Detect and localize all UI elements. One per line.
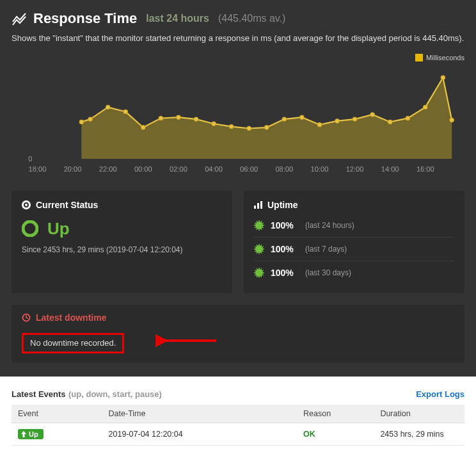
svg-point-14 xyxy=(300,115,304,119)
svg-point-9 xyxy=(212,122,216,126)
uptime-percent: 100% xyxy=(271,244,299,254)
header-average: (445.40ms av.) xyxy=(218,13,286,24)
uptime-heading: Uptime xyxy=(267,200,298,210)
uptime-row: 100% (last 7 days) xyxy=(254,237,454,261)
svg-line-69 xyxy=(257,276,257,277)
svg-text:14:00: 14:00 xyxy=(381,165,399,173)
svg-line-67 xyxy=(261,276,262,277)
svg-point-10 xyxy=(229,124,233,128)
no-downtime-text: No downtime recorded. xyxy=(22,333,124,353)
uptime-percent: 100% xyxy=(271,268,299,278)
chart-legend: Milliseconds xyxy=(12,54,464,61)
svg-text:0: 0 xyxy=(28,155,32,163)
event-up-badge: Up xyxy=(18,429,44,439)
svg-line-44 xyxy=(255,227,256,228)
legend-label: Milliseconds xyxy=(426,54,464,61)
svg-line-49 xyxy=(261,221,262,222)
page-title: Response Time xyxy=(33,10,137,27)
annotation-arrow xyxy=(155,333,219,348)
latest-events-title: Latest Events xyxy=(12,389,66,399)
col-duration: Duration xyxy=(374,405,464,423)
svg-point-17 xyxy=(353,117,356,120)
latest-events-section: Latest Events (up, down, start, pause) E… xyxy=(0,377,476,452)
svg-point-18 xyxy=(370,112,374,116)
svg-point-8 xyxy=(194,117,198,120)
svg-text:12:00: 12:00 xyxy=(346,165,364,173)
current-status-card: Current Status Up Since 2453 hrs, 29 min… xyxy=(12,191,232,293)
svg-text:08:00: 08:00 xyxy=(275,165,293,173)
svg-point-38 xyxy=(255,222,263,229)
svg-point-13 xyxy=(282,117,286,120)
svg-line-73 xyxy=(257,268,257,270)
event-label: Up xyxy=(29,430,38,438)
svg-line-62 xyxy=(261,245,262,246)
uptime-row: 100% (last 24 hours) xyxy=(254,219,454,237)
status-bullet-icon xyxy=(22,200,31,209)
svg-point-12 xyxy=(265,125,269,129)
svg-point-64 xyxy=(255,269,263,277)
svg-line-76 xyxy=(262,270,264,271)
svg-text:16:00: 16:00 xyxy=(416,165,434,173)
uptime-row: 100% (last 30 days) xyxy=(254,261,454,284)
event-duration: 2453 hrs, 29 mins xyxy=(374,423,464,445)
status-up-icon xyxy=(22,220,38,237)
svg-text:00:00: 00:00 xyxy=(134,165,152,173)
svg-line-57 xyxy=(255,251,256,252)
status-state-text: Up xyxy=(47,219,70,239)
burst-icon xyxy=(254,244,264,254)
header-subtitle: last 24 hours xyxy=(146,13,209,24)
col-event: Event xyxy=(12,405,102,423)
uptime-percent: 100% xyxy=(271,220,299,231)
svg-text:18:00: 18:00 xyxy=(29,165,47,173)
svg-point-6 xyxy=(159,116,163,120)
current-status-heading: Current Status xyxy=(36,200,98,210)
svg-line-53 xyxy=(262,251,264,252)
export-logs-link[interactable]: Export Logs xyxy=(416,389,464,399)
svg-line-41 xyxy=(261,229,262,230)
col-reason: Reason xyxy=(297,405,374,423)
svg-point-1 xyxy=(79,120,83,124)
chart-line-icon xyxy=(12,11,27,26)
svg-point-21 xyxy=(424,105,427,109)
latest-downtime-card: Latest downtime No downtime recorded. xyxy=(12,305,464,362)
svg-line-47 xyxy=(257,221,257,222)
table-row: Up 2019-07-04 12:20:04 OK 2453 hrs, 29 m… xyxy=(12,423,464,445)
svg-point-51 xyxy=(255,245,263,253)
downtime-heading: Latest downtime xyxy=(36,312,106,323)
event-reason: OK xyxy=(297,423,374,445)
clock-icon xyxy=(22,313,31,322)
svg-point-4 xyxy=(123,109,127,113)
svg-point-2 xyxy=(88,117,92,120)
svg-line-70 xyxy=(255,275,256,275)
uptime-card: Uptime 100% (last 24 hours) 100% (last 7… xyxy=(244,191,464,293)
svg-point-3 xyxy=(106,105,109,109)
description-text: Shows the "instant" that the monitor sta… xyxy=(12,32,464,45)
svg-line-40 xyxy=(262,227,264,228)
burst-icon xyxy=(254,268,264,278)
svg-text:02:00: 02:00 xyxy=(170,165,187,173)
svg-line-50 xyxy=(262,223,264,223)
svg-line-59 xyxy=(255,247,256,247)
uptime-period: (last 30 days) xyxy=(305,268,351,277)
svg-text:06:00: 06:00 xyxy=(240,165,258,173)
svg-point-7 xyxy=(177,115,180,119)
legend-swatch xyxy=(415,54,423,61)
svg-point-5 xyxy=(141,125,145,129)
svg-text:22:00: 22:00 xyxy=(99,165,117,173)
uptime-period: (last 24 hours) xyxy=(305,221,354,230)
header: Response Time last 24 hours (445.40ms av… xyxy=(12,10,464,27)
svg-line-56 xyxy=(257,252,257,254)
uptime-period: (last 7 days) xyxy=(305,245,347,254)
latest-events-sub: (up, down, start, pause) xyxy=(68,389,162,399)
svg-line-60 xyxy=(257,245,257,246)
svg-line-54 xyxy=(261,252,262,254)
svg-line-66 xyxy=(262,275,264,275)
svg-point-22 xyxy=(441,76,445,79)
burst-icon xyxy=(254,220,264,231)
event-datetime: 2019-07-04 12:20:04 xyxy=(102,423,297,445)
svg-line-63 xyxy=(262,247,264,247)
svg-point-37 xyxy=(23,222,37,236)
svg-point-15 xyxy=(317,122,321,126)
response-time-chart[interactable]: 0 18:0020:0022:0000:0002:0004:0006:0008:… xyxy=(12,63,464,178)
svg-text:04:00: 04:00 xyxy=(205,165,223,173)
